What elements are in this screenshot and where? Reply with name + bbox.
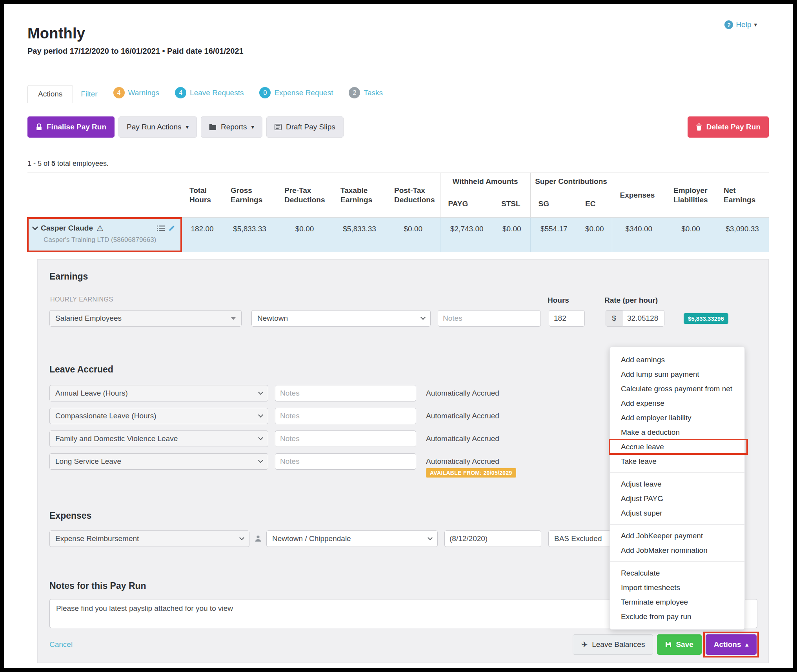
- menu-item-add-employer-liability[interactable]: Add employer liability: [610, 410, 744, 425]
- save-button[interactable]: Save: [657, 634, 701, 655]
- toolbar: Finalise Pay Run Pay Run Actions ▾ Repor…: [27, 116, 769, 138]
- menu-item-terminate-employee[interactable]: Terminate employee: [610, 595, 744, 609]
- expense-category-select[interactable]: Expense Reimbursement: [49, 530, 249, 547]
- menu-item-add-jobmaker-nomination[interactable]: Add JobMaker nomination: [610, 543, 744, 558]
- leave-notes-input[interactable]: [275, 408, 416, 424]
- menu-divider: [610, 472, 744, 473]
- selected-value: Long Service Leave: [55, 457, 121, 466]
- column-header-pre-tax-deductions: Pre-Tax Deductions: [277, 173, 333, 218]
- chevron-down-icon[interactable]: [32, 224, 38, 231]
- expense-date-input[interactable]: [444, 530, 541, 547]
- menu-item-import-timesheets[interactable]: Import timesheets: [610, 580, 744, 595]
- menu-divider: [610, 524, 744, 525]
- leave-type-select[interactable]: Annual Leave (Hours): [49, 385, 268, 401]
- value-sg: $554.17: [530, 218, 577, 252]
- reports-button[interactable]: Reports ▾: [201, 116, 262, 138]
- edit-pencil-icon[interactable]: [169, 225, 175, 231]
- cancel-link[interactable]: Cancel: [49, 640, 73, 649]
- payslip-list-icon[interactable]: [157, 225, 165, 231]
- folder-icon: [209, 124, 217, 130]
- value-ec: $0.00: [577, 218, 612, 252]
- summary-prefix: 1 - 5 of: [27, 160, 51, 167]
- delete-pay-run-button[interactable]: Delete Pay Run: [688, 116, 769, 138]
- draft-pay-slips-button[interactable]: Draft Pay Slips: [266, 116, 344, 138]
- employee-cell[interactable]: Casper Claude ⚠ Casper's Training LTD (5…: [27, 218, 182, 252]
- finalise-pay-run-button[interactable]: Finalise Pay Run: [27, 116, 115, 138]
- leave-balances-button[interactable]: ✈ Leave Balances: [573, 634, 653, 655]
- employee-row: Casper Claude ⚠ Casper's Training LTD (5…: [27, 218, 769, 252]
- menu-item-adjust-payg[interactable]: Adjust PAYG: [610, 491, 744, 506]
- tab-filter[interactable]: Filter: [73, 85, 105, 103]
- panel-footer: Cancel ✈ Leave Balances Save: [49, 634, 757, 655]
- menu-item-add-expense[interactable]: Add expense: [610, 396, 744, 410]
- group-header-withheld-amounts: Withheld Amounts: [440, 173, 530, 190]
- lock-icon: [36, 124, 42, 131]
- button-label: Finalise Pay Run: [47, 123, 106, 131]
- value-gross-earnings: $5,833.33: [223, 218, 277, 252]
- status-text: Automatically Accrued: [426, 412, 499, 420]
- chevron-down-icon: [258, 412, 263, 418]
- chevron-down-icon: [239, 535, 244, 540]
- selected-value: Family and Domestic Violence Leave: [55, 434, 178, 443]
- pay-category-select[interactable]: Salaried Employees: [49, 310, 242, 327]
- status-text: Automatically Accrued: [426, 389, 499, 398]
- actions-button[interactable]: Actions ▴: [706, 634, 757, 655]
- value-net-earnings: $3,090.33: [716, 218, 769, 252]
- leave-type-select[interactable]: Compassionate Leave (Hours): [49, 408, 268, 424]
- summary-count: 5: [51, 160, 55, 167]
- earnings-hours-input[interactable]: [549, 310, 585, 327]
- menu-item-add-earnings[interactable]: Add earnings: [610, 352, 744, 367]
- currency-addon: $: [606, 310, 622, 327]
- tab-label: Actions: [38, 90, 62, 98]
- employee-detail-panel: Earnings HOURLY EARNINGS Hours Rate (per…: [37, 259, 769, 663]
- button-label: Leave Balances: [592, 640, 645, 649]
- tab-tasks[interactable]: 2 Tasks: [341, 83, 391, 103]
- selected-value: Newtown / Chippendale: [272, 534, 351, 543]
- tab-expense-request[interactable]: 0 Expense Request: [251, 83, 341, 103]
- tab-label: Warnings: [128, 89, 160, 97]
- rate-column-label: Rate (per hour): [604, 296, 658, 305]
- menu-item-adjust-leave[interactable]: Adjust leave: [610, 477, 744, 491]
- column-header-total-hours: Total Hours: [182, 173, 223, 218]
- expense-location-select[interactable]: Newtown / Chippendale: [266, 530, 438, 547]
- menu-item-calculate-gross-payment-from-net[interactable]: Calculate gross payment from net: [610, 381, 744, 396]
- menu-item-accrue-leave[interactable]: Accrue leave: [610, 440, 744, 454]
- menu-item-recalculate[interactable]: Recalculate: [610, 566, 744, 580]
- leave-type-select[interactable]: Family and Domestic Violence Leave: [49, 430, 268, 447]
- earnings-location-select[interactable]: Newtown: [251, 310, 431, 327]
- tab-warnings[interactable]: 4 Warnings: [106, 83, 167, 103]
- earnings-rate-input[interactable]: [622, 310, 664, 327]
- leave-status: Automatically Accrued: [426, 385, 499, 401]
- chevron-down-icon: [231, 317, 236, 320]
- leave-type-select[interactable]: Long Service Leave: [49, 453, 268, 470]
- employee-count-summary: 1 - 5 of 5 total employees.: [27, 160, 769, 168]
- earnings-row: Salaried Employees Newtown $ $5,833.3329…: [49, 310, 757, 327]
- pay-run-page: ? Help ▾ Monthly Pay period 17/12/2020 t…: [4, 4, 793, 668]
- column-header-post-tax-deductions: Post-Tax Deductions: [386, 173, 440, 218]
- menu-item-adjust-super[interactable]: Adjust super: [610, 506, 744, 520]
- leave-notes-input[interactable]: [275, 430, 416, 447]
- annotation-box-employee: [27, 217, 182, 252]
- tab-leave-requests[interactable]: 4 Leave Requests: [167, 83, 251, 103]
- button-label: Reports: [221, 123, 247, 131]
- leave-notes-input[interactable]: [275, 385, 416, 401]
- menu-item-add-lump-sum-payment[interactable]: Add lump sum payment: [610, 367, 744, 381]
- menu-item-make-a-deduction[interactable]: Make a deduction: [610, 425, 744, 440]
- plane-icon: ✈: [581, 640, 588, 649]
- menu-item-add-jobkeeper-payment[interactable]: Add JobKeeper payment: [610, 529, 744, 543]
- button-label: Pay Run Actions: [127, 123, 181, 131]
- employee-column-header: [27, 173, 182, 218]
- leave-notes-input[interactable]: [275, 453, 416, 470]
- available-from-badge: AVAILABLE FROM: 20/05/2029: [426, 468, 516, 478]
- tab-actions[interactable]: Actions: [27, 85, 73, 103]
- menu-item-take-leave[interactable]: Take leave: [610, 454, 744, 469]
- earnings-notes-input[interactable]: [438, 310, 541, 327]
- earnings-total-badge: $5,833.33296: [684, 313, 728, 324]
- value-taxable-earnings: $5,833.33: [333, 218, 386, 252]
- hourly-earnings-label: HOURLY EARNINGS: [50, 296, 113, 303]
- menu-item-exclude-from-pay-run[interactable]: Exclude from pay run: [610, 609, 744, 624]
- tasks-count-badge: 2: [349, 87, 360, 98]
- column-header-stsl: STSL: [493, 190, 530, 218]
- leave-status: Automatically Accrued: [426, 430, 499, 447]
- pay-run-actions-button[interactable]: Pay Run Actions ▾: [118, 116, 197, 138]
